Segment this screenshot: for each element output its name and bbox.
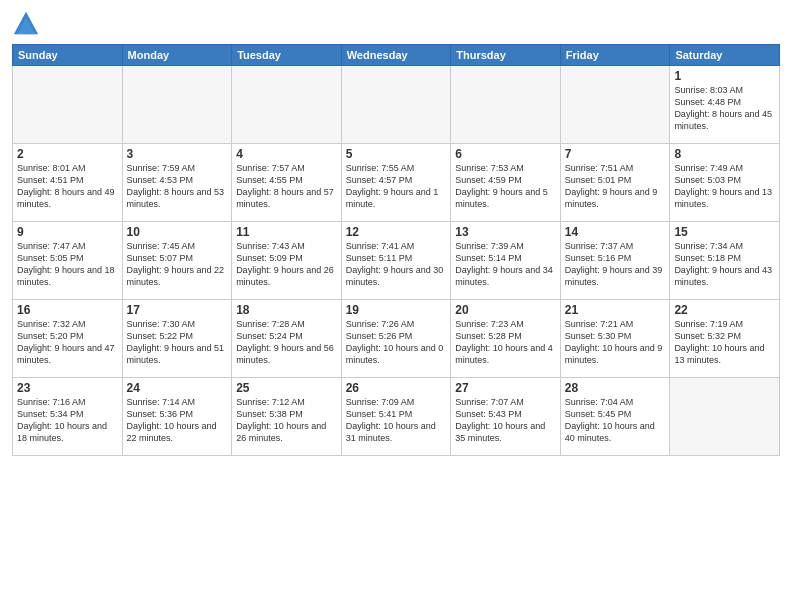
day-number: 8 [674,147,775,161]
day-number: 26 [346,381,447,395]
day-info: Sunrise: 7:16 AM Sunset: 5:34 PM Dayligh… [17,396,118,445]
day-info: Sunrise: 7:37 AM Sunset: 5:16 PM Dayligh… [565,240,666,289]
calendar-cell: 12Sunrise: 7:41 AM Sunset: 5:11 PM Dayli… [341,222,451,300]
calendar-cell: 26Sunrise: 7:09 AM Sunset: 5:41 PM Dayli… [341,378,451,456]
page-header [12,10,780,38]
calendar-cell: 1Sunrise: 8:03 AM Sunset: 4:48 PM Daylig… [670,66,780,144]
calendar-cell: 23Sunrise: 7:16 AM Sunset: 5:34 PM Dayli… [13,378,123,456]
calendar-cell: 3Sunrise: 7:59 AM Sunset: 4:53 PM Daylig… [122,144,232,222]
day-info: Sunrise: 8:01 AM Sunset: 4:51 PM Dayligh… [17,162,118,211]
day-number: 3 [127,147,228,161]
calendar-cell: 22Sunrise: 7:19 AM Sunset: 5:32 PM Dayli… [670,300,780,378]
day-info: Sunrise: 7:26 AM Sunset: 5:26 PM Dayligh… [346,318,447,367]
weekday-header-sunday: Sunday [13,45,123,66]
day-info: Sunrise: 7:14 AM Sunset: 5:36 PM Dayligh… [127,396,228,445]
calendar-cell: 17Sunrise: 7:30 AM Sunset: 5:22 PM Dayli… [122,300,232,378]
day-info: Sunrise: 7:21 AM Sunset: 5:30 PM Dayligh… [565,318,666,367]
day-info: Sunrise: 7:32 AM Sunset: 5:20 PM Dayligh… [17,318,118,367]
calendar-cell [451,66,561,144]
day-number: 28 [565,381,666,395]
day-info: Sunrise: 7:28 AM Sunset: 5:24 PM Dayligh… [236,318,337,367]
day-number: 24 [127,381,228,395]
day-info: Sunrise: 7:43 AM Sunset: 5:09 PM Dayligh… [236,240,337,289]
day-info: Sunrise: 7:59 AM Sunset: 4:53 PM Dayligh… [127,162,228,211]
day-number: 1 [674,69,775,83]
logo [12,10,44,38]
day-number: 11 [236,225,337,239]
calendar-cell: 15Sunrise: 7:34 AM Sunset: 5:18 PM Dayli… [670,222,780,300]
day-info: Sunrise: 7:30 AM Sunset: 5:22 PM Dayligh… [127,318,228,367]
calendar-cell: 28Sunrise: 7:04 AM Sunset: 5:45 PM Dayli… [560,378,670,456]
day-info: Sunrise: 7:57 AM Sunset: 4:55 PM Dayligh… [236,162,337,211]
day-number: 5 [346,147,447,161]
calendar-cell: 14Sunrise: 7:37 AM Sunset: 5:16 PM Dayli… [560,222,670,300]
day-number: 10 [127,225,228,239]
calendar-cell [122,66,232,144]
day-number: 18 [236,303,337,317]
day-info: Sunrise: 7:55 AM Sunset: 4:57 PM Dayligh… [346,162,447,211]
day-number: 27 [455,381,556,395]
calendar-cell: 9Sunrise: 7:47 AM Sunset: 5:05 PM Daylig… [13,222,123,300]
day-info: Sunrise: 7:12 AM Sunset: 5:38 PM Dayligh… [236,396,337,445]
calendar-cell: 27Sunrise: 7:07 AM Sunset: 5:43 PM Dayli… [451,378,561,456]
weekday-header-monday: Monday [122,45,232,66]
day-info: Sunrise: 7:45 AM Sunset: 5:07 PM Dayligh… [127,240,228,289]
day-info: Sunrise: 7:19 AM Sunset: 5:32 PM Dayligh… [674,318,775,367]
weekday-header-thursday: Thursday [451,45,561,66]
day-number: 25 [236,381,337,395]
calendar-cell [341,66,451,144]
calendar-cell: 10Sunrise: 7:45 AM Sunset: 5:07 PM Dayli… [122,222,232,300]
calendar-cell: 7Sunrise: 7:51 AM Sunset: 5:01 PM Daylig… [560,144,670,222]
calendar-cell: 25Sunrise: 7:12 AM Sunset: 5:38 PM Dayli… [232,378,342,456]
calendar-cell: 19Sunrise: 7:26 AM Sunset: 5:26 PM Dayli… [341,300,451,378]
calendar-cell [670,378,780,456]
calendar-table: SundayMondayTuesdayWednesdayThursdayFrid… [12,44,780,456]
day-info: Sunrise: 7:47 AM Sunset: 5:05 PM Dayligh… [17,240,118,289]
day-number: 22 [674,303,775,317]
day-info: Sunrise: 7:39 AM Sunset: 5:14 PM Dayligh… [455,240,556,289]
day-number: 17 [127,303,228,317]
day-number: 7 [565,147,666,161]
weekday-header-tuesday: Tuesday [232,45,342,66]
day-info: Sunrise: 7:41 AM Sunset: 5:11 PM Dayligh… [346,240,447,289]
day-number: 14 [565,225,666,239]
day-info: Sunrise: 7:04 AM Sunset: 5:45 PM Dayligh… [565,396,666,445]
calendar-cell [13,66,123,144]
weekday-header-saturday: Saturday [670,45,780,66]
day-number: 4 [236,147,337,161]
day-number: 21 [565,303,666,317]
day-info: Sunrise: 7:51 AM Sunset: 5:01 PM Dayligh… [565,162,666,211]
day-number: 2 [17,147,118,161]
day-info: Sunrise: 7:23 AM Sunset: 5:28 PM Dayligh… [455,318,556,367]
calendar-cell: 6Sunrise: 7:53 AM Sunset: 4:59 PM Daylig… [451,144,561,222]
day-info: Sunrise: 8:03 AM Sunset: 4:48 PM Dayligh… [674,84,775,133]
calendar-cell: 11Sunrise: 7:43 AM Sunset: 5:09 PM Dayli… [232,222,342,300]
calendar-cell [232,66,342,144]
day-number: 13 [455,225,556,239]
day-info: Sunrise: 7:34 AM Sunset: 5:18 PM Dayligh… [674,240,775,289]
day-info: Sunrise: 7:49 AM Sunset: 5:03 PM Dayligh… [674,162,775,211]
calendar-cell: 8Sunrise: 7:49 AM Sunset: 5:03 PM Daylig… [670,144,780,222]
weekday-header-friday: Friday [560,45,670,66]
day-number: 15 [674,225,775,239]
calendar-cell: 18Sunrise: 7:28 AM Sunset: 5:24 PM Dayli… [232,300,342,378]
calendar-cell [560,66,670,144]
day-number: 19 [346,303,447,317]
weekday-header-wednesday: Wednesday [341,45,451,66]
calendar-cell: 13Sunrise: 7:39 AM Sunset: 5:14 PM Dayli… [451,222,561,300]
calendar-cell: 16Sunrise: 7:32 AM Sunset: 5:20 PM Dayli… [13,300,123,378]
calendar-cell: 4Sunrise: 7:57 AM Sunset: 4:55 PM Daylig… [232,144,342,222]
day-info: Sunrise: 7:53 AM Sunset: 4:59 PM Dayligh… [455,162,556,211]
day-info: Sunrise: 7:07 AM Sunset: 5:43 PM Dayligh… [455,396,556,445]
calendar-cell: 5Sunrise: 7:55 AM Sunset: 4:57 PM Daylig… [341,144,451,222]
day-number: 12 [346,225,447,239]
day-info: Sunrise: 7:09 AM Sunset: 5:41 PM Dayligh… [346,396,447,445]
calendar-cell: 21Sunrise: 7:21 AM Sunset: 5:30 PM Dayli… [560,300,670,378]
day-number: 6 [455,147,556,161]
calendar-cell: 20Sunrise: 7:23 AM Sunset: 5:28 PM Dayli… [451,300,561,378]
day-number: 20 [455,303,556,317]
calendar-cell: 2Sunrise: 8:01 AM Sunset: 4:51 PM Daylig… [13,144,123,222]
calendar-cell: 24Sunrise: 7:14 AM Sunset: 5:36 PM Dayli… [122,378,232,456]
day-number: 16 [17,303,118,317]
logo-icon [12,10,40,38]
